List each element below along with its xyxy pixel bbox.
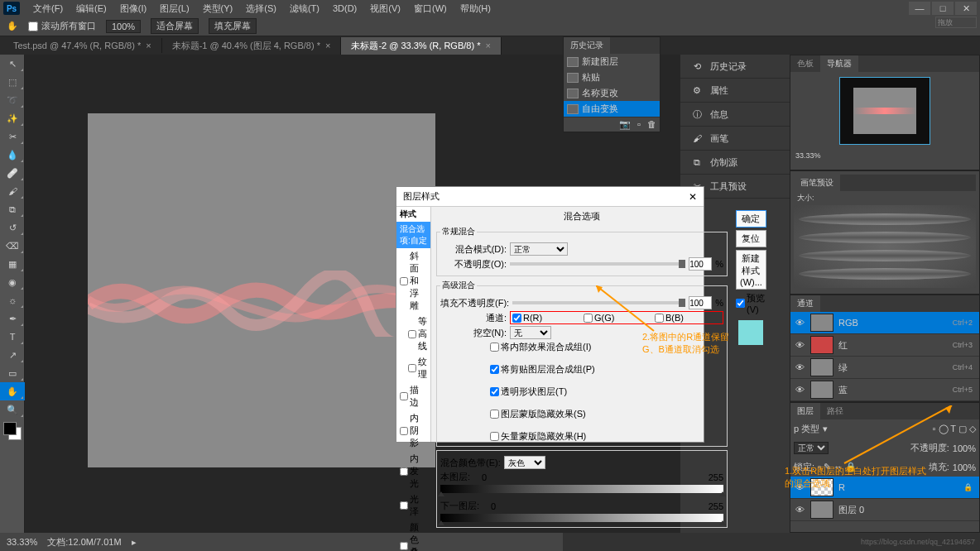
menu-3d[interactable]: 3D(D) (326, 2, 363, 15)
paths-tab[interactable]: 路径 (820, 403, 850, 419)
brush-tool[interactable]: 🖌 (0, 182, 25, 200)
panel-history[interactable]: ⟲历史记录 (680, 55, 790, 79)
channel-r-checkbox[interactable]: R(R) (512, 313, 579, 323)
eye-icon[interactable]: 👁 (794, 340, 805, 350)
wand-tool[interactable]: ✨ (0, 109, 25, 127)
path-tool[interactable]: ↗ (0, 346, 25, 364)
fg-color[interactable] (3, 422, 17, 435)
fit-screen-button[interactable]: 适合屏幕 (151, 18, 199, 34)
panel-clone[interactable]: ⧉仿制源 (680, 151, 790, 175)
scroll-all-checkbox[interactable]: 滚动所有窗口 (28, 20, 96, 32)
history-item[interactable]: 新建图层 (564, 54, 660, 69)
eye-icon[interactable]: 👁 (794, 385, 805, 395)
dodge-tool[interactable]: ☼ (0, 291, 25, 309)
maximize-button[interactable]: □ (932, 2, 954, 15)
doc-tab-2[interactable]: 未标题-1 @ 40.4% (图层 4, RGB/8) *× (162, 37, 342, 55)
menu-window[interactable]: 窗口(W) (407, 1, 454, 17)
fill-opacity-input[interactable] (689, 296, 712, 309)
marquee-tool[interactable]: ⬚ (0, 73, 25, 91)
menu-edit[interactable]: 编辑(E) (70, 1, 113, 17)
crop-tool[interactable]: ✂ (0, 127, 25, 146)
blend-if-select[interactable]: 灰色 (504, 456, 545, 469)
status-zoom[interactable]: 33.33% (7, 537, 37, 547)
doc-tab-1[interactable]: Test.psd @ 47.4% (R, RGB/8) *× (3, 38, 162, 53)
navigator-tab[interactable]: 导航器 (820, 55, 858, 72)
color-swatches[interactable] (3, 422, 22, 440)
trash-icon[interactable]: 🗑 (647, 119, 656, 130)
style-satin[interactable]: 光泽 (396, 491, 430, 520)
ok-button[interactable]: 确定 (736, 210, 766, 228)
stamp-tool[interactable]: ⧉ (0, 200, 25, 218)
style-inner-glow[interactable]: 内发光 (396, 451, 430, 491)
history-brush-tool[interactable]: ↺ (0, 218, 25, 237)
history-item[interactable]: 名称更改 (564, 85, 660, 101)
channel-g-checkbox[interactable]: G(G) (584, 313, 650, 323)
cb-vector-mask-hides[interactable]: 矢量蒙版隐藏效果(H) (490, 430, 723, 443)
gradient-tool[interactable]: ▦ (0, 255, 25, 273)
under-layer-gradient[interactable] (440, 514, 723, 522)
tab-close-icon[interactable]: × (485, 41, 490, 50)
brush-preset-tab[interactable]: 画笔预设 (794, 175, 840, 191)
style-color-overlay[interactable]: 颜色叠加 (396, 520, 430, 551)
style-bevel[interactable]: 斜面和浮雕 (396, 248, 430, 314)
new-style-button[interactable]: 新建样式(W)... (736, 250, 766, 290)
opacity-value[interactable]: 100% (953, 443, 976, 453)
knockout-select[interactable]: 无 (510, 326, 551, 339)
history-item[interactable]: 粘贴 (564, 69, 660, 85)
panel-brush[interactable]: 🖌画笔 (680, 127, 790, 151)
fill-screen-button[interactable]: 填充屏幕 (209, 18, 257, 34)
menu-image[interactable]: 图像(I) (113, 1, 153, 17)
this-layer-gradient[interactable] (440, 485, 723, 493)
cancel-button[interactable]: 复位 (736, 230, 766, 247)
channel-blue[interactable]: 👁蓝Ctrl+5 (790, 379, 979, 401)
opacity-input[interactable] (689, 257, 712, 271)
layers-tab[interactable]: 图层 (790, 403, 820, 419)
heal-tool[interactable]: 🩹 (0, 164, 25, 182)
swatches-tab[interactable]: 色板 (790, 55, 820, 72)
style-contour[interactable]: 等高线 (396, 314, 430, 354)
menu-file[interactable]: 文件(F) (26, 1, 70, 17)
eye-icon[interactable]: 👁 (794, 318, 805, 328)
dialog-titlebar[interactable]: 图层样式 ✕ (396, 187, 704, 207)
style-texture[interactable]: 纹理 (396, 354, 430, 382)
layer-0[interactable]: 👁图层 0 (790, 499, 979, 521)
blend-mode-select[interactable]: 正常 (794, 442, 829, 454)
zoom-100-button[interactable]: 100% (106, 20, 141, 33)
cb-layer-mask-hides[interactable]: 图层蒙版隐藏效果(S) (490, 408, 723, 420)
eye-icon[interactable]: 👁 (794, 362, 805, 372)
history-tab[interactable]: 历史记录 (564, 37, 610, 54)
minimize-button[interactable]: — (909, 2, 930, 15)
search-box[interactable]: 拖放 (935, 17, 977, 28)
tab-close-icon[interactable]: × (325, 41, 330, 50)
close-button[interactable]: ✕ (955, 2, 977, 15)
channel-b-checkbox[interactable]: B(B) (655, 313, 721, 323)
canvas[interactable] (88, 113, 435, 467)
fill-opacity-slider[interactable] (512, 301, 685, 304)
pen-tool[interactable]: ✒ (0, 309, 25, 328)
type-tool[interactable]: T (0, 328, 25, 346)
blur-tool[interactable]: ◉ (0, 273, 25, 291)
cb-transparency-shapes[interactable]: 透明形状图层(T) (490, 386, 723, 398)
style-inner-shadow[interactable]: 内阴影 (396, 410, 430, 451)
shape-tool[interactable]: ▭ (0, 364, 25, 382)
doc-tab-3[interactable]: 未标题-2 @ 33.3% (R, RGB/8) *× (341, 37, 501, 55)
menu-help[interactable]: 帮助(H) (454, 1, 497, 17)
style-stroke[interactable]: 描边 (396, 382, 430, 410)
channel-green[interactable]: 👁绿Ctrl+4 (790, 357, 979, 379)
eyedrop-tool[interactable]: 💧 (0, 146, 25, 164)
eraser-tool[interactable]: ⌫ (0, 237, 25, 255)
preview-checkbox[interactable]: 预览(V) (736, 292, 766, 314)
menu-layer[interactable]: 图层(L) (153, 1, 195, 17)
eye-icon[interactable]: 👁 (794, 505, 805, 515)
hand-tool[interactable]: ✋ (0, 382, 25, 400)
style-blend-options[interactable]: 混合选项:自定 (396, 222, 430, 248)
menu-select[interactable]: 选择(S) (239, 1, 283, 17)
cb-blend-clipped[interactable]: 将剪贴图层混合成组(P) (490, 363, 723, 376)
move-tool[interactable]: ↖ (0, 55, 25, 73)
panel-properties[interactable]: ⚙属性 (680, 79, 790, 103)
menu-view[interactable]: 视图(V) (363, 1, 407, 17)
panel-info[interactable]: ⓘ信息 (680, 103, 790, 127)
blend-mode-select[interactable]: 正常 (510, 242, 568, 256)
dialog-close-button[interactable]: ✕ (689, 191, 697, 203)
camera-icon[interactable]: 📷 (619, 119, 631, 130)
